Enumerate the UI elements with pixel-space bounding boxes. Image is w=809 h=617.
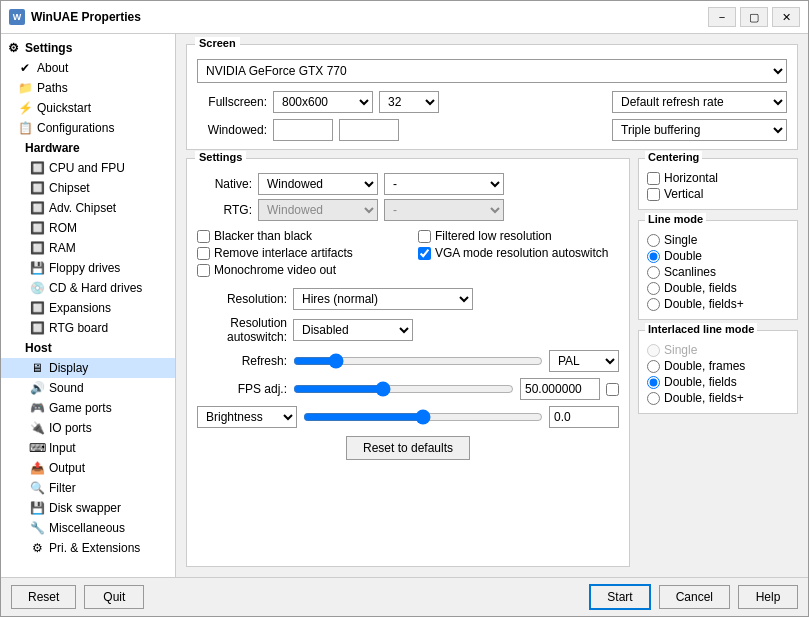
- refresh-rate-select[interactable]: Default refresh rate: [612, 91, 787, 113]
- pal-select[interactable]: PAL: [549, 350, 619, 372]
- refresh-slider[interactable]: [293, 354, 543, 368]
- vertical-checkbox[interactable]: [647, 188, 660, 201]
- reset-button[interactable]: Reset: [11, 585, 76, 609]
- sidebar-settings-label: Settings: [25, 41, 72, 55]
- sidebar-cd-label: CD & Hard drives: [49, 281, 142, 295]
- sidebar-rtg-label: RTG board: [49, 321, 108, 335]
- filter-icon: 🔍: [29, 480, 45, 496]
- sidebar-item-output[interactable]: 📤 Output: [1, 458, 175, 478]
- monochrome-label: Monochrome video out: [214, 263, 336, 277]
- rtg-mode-select[interactable]: Windowed: [258, 199, 378, 221]
- fullscreen-bit-select[interactable]: 32: [379, 91, 439, 113]
- sidebar-item-floppy[interactable]: 💾 Floppy drives: [1, 258, 175, 278]
- native-mode-select[interactable]: Windowed: [258, 173, 378, 195]
- line-scanlines-radio[interactable]: [647, 266, 660, 279]
- remove-artifacts-row: Remove interlace artifacts: [197, 246, 398, 260]
- window-title: WinUAE Properties: [31, 10, 141, 24]
- int-double-fields-radio[interactable]: [647, 376, 660, 389]
- horizontal-row: Horizontal: [647, 171, 789, 185]
- quit-button[interactable]: Quit: [84, 585, 144, 609]
- fullscreen-res-select[interactable]: 800x600: [273, 91, 373, 113]
- line-mode-title: Line mode: [645, 213, 706, 225]
- sidebar-item-rom[interactable]: 🔲 ROM: [1, 218, 175, 238]
- line-double-fieldsplus-radio[interactable]: [647, 298, 660, 311]
- gpu-select[interactable]: NVIDIA GeForce GTX 770: [197, 59, 787, 83]
- start-button[interactable]: Start: [589, 584, 650, 610]
- sidebar-item-io[interactable]: 🔌 IO ports: [1, 418, 175, 438]
- sidebar-item-cpu[interactable]: 🔲 CPU and FPU: [1, 158, 175, 178]
- maximize-button[interactable]: ▢: [740, 7, 768, 27]
- autoswitch-select[interactable]: Disabled: [293, 319, 413, 341]
- sidebar-gameports-label: Game ports: [49, 401, 112, 415]
- blacker-checkbox[interactable]: [197, 230, 210, 243]
- rtg-sub-select[interactable]: -: [384, 199, 504, 221]
- content-area: ⚙ Settings ✔ About 📁 Paths ⚡ Quickstart …: [1, 34, 808, 577]
- gameports-icon: 🎮: [29, 400, 45, 416]
- sidebar-pri-label: Pri. & Extensions: [49, 541, 140, 555]
- sidebar-item-filter[interactable]: 🔍 Filter: [1, 478, 175, 498]
- misc-icon: 🔧: [29, 520, 45, 536]
- minimize-button[interactable]: −: [708, 7, 736, 27]
- line-double-fields-radio[interactable]: [647, 282, 660, 295]
- int-double-frames-radio[interactable]: [647, 360, 660, 373]
- triple-buffering-select[interactable]: Triple buffering: [612, 119, 787, 141]
- sidebar-item-paths[interactable]: 📁 Paths: [1, 78, 175, 98]
- sidebar-item-expansions[interactable]: 🔲 Expansions: [1, 298, 175, 318]
- vga-auto-row: VGA mode resolution autoswitch: [418, 246, 619, 260]
- sidebar-misc-label: Miscellaneous: [49, 521, 125, 535]
- sidebar-item-gameports[interactable]: 🎮 Game ports: [1, 398, 175, 418]
- sidebar-item-rtg[interactable]: 🔲 RTG board: [1, 318, 175, 338]
- int-double-fieldsplus-row: Double, fields+: [647, 391, 789, 405]
- settings-icon: ⚙: [5, 40, 21, 56]
- windowed-height-input[interactable]: 568: [339, 119, 399, 141]
- filtered-checkbox[interactable]: [418, 230, 431, 243]
- filtered-row: Filtered low resolution: [418, 229, 619, 243]
- sidebar-item-adv-chipset[interactable]: 🔲 Adv. Chipset: [1, 198, 175, 218]
- help-button[interactable]: Help: [738, 585, 798, 609]
- cancel-button[interactable]: Cancel: [659, 585, 730, 609]
- sidebar: ⚙ Settings ✔ About 📁 Paths ⚡ Quickstart …: [1, 34, 176, 577]
- sidebar-disk-swapper-label: Disk swapper: [49, 501, 121, 515]
- quickstart-icon: ⚡: [17, 100, 33, 116]
- sidebar-item-ram[interactable]: 🔲 RAM: [1, 238, 175, 258]
- fps-value-input[interactable]: 50.000000: [520, 378, 600, 400]
- brightness-type-select[interactable]: Brightness: [197, 406, 297, 428]
- windowed-width-input[interactable]: 720: [273, 119, 333, 141]
- brightness-value-input[interactable]: 0.0: [549, 406, 619, 428]
- sidebar-item-configurations[interactable]: 📋 Configurations: [1, 118, 175, 138]
- resolution-select[interactable]: Hires (normal): [293, 288, 473, 310]
- close-button[interactable]: ✕: [772, 7, 800, 27]
- fps-checkbox[interactable]: [606, 383, 619, 396]
- sidebar-item-display[interactable]: 🖥 Display: [1, 358, 175, 378]
- remove-artifacts-checkbox[interactable]: [197, 247, 210, 260]
- native-sub-select[interactable]: -: [384, 173, 504, 195]
- fullscreen-row: Fullscreen: 800x600 32 Default refresh r…: [197, 91, 787, 113]
- vga-auto-checkbox[interactable]: [418, 247, 431, 260]
- reset-defaults-button[interactable]: Reset to defaults: [346, 436, 470, 460]
- main-panel: Screen NVIDIA GeForce GTX 770 Fullscreen…: [176, 34, 808, 577]
- vertical-row: Vertical: [647, 187, 789, 201]
- line-single-radio[interactable]: [647, 234, 660, 247]
- brightness-slider[interactable]: [303, 410, 543, 424]
- sidebar-paths-label: Paths: [37, 81, 68, 95]
- sidebar-item-pri[interactable]: ⚙ Pri. & Extensions: [1, 538, 175, 558]
- line-single-row: Single: [647, 233, 789, 247]
- hardware-icon: [5, 140, 21, 156]
- sidebar-item-about[interactable]: ✔ About: [1, 58, 175, 78]
- right-panel: Centering Horizontal Vertical Line mode: [638, 158, 798, 567]
- sidebar-item-chipset[interactable]: 🔲 Chipset: [1, 178, 175, 198]
- sidebar-item-input[interactable]: ⌨ Input: [1, 438, 175, 458]
- horizontal-checkbox[interactable]: [647, 172, 660, 185]
- monochrome-checkbox[interactable]: [197, 264, 210, 277]
- int-single-label: Single: [664, 343, 697, 357]
- sidebar-item-quickstart[interactable]: ⚡ Quickstart: [1, 98, 175, 118]
- line-double-radio[interactable]: [647, 250, 660, 263]
- sidebar-item-misc[interactable]: 🔧 Miscellaneous: [1, 518, 175, 538]
- fps-slider[interactable]: [293, 382, 514, 396]
- sidebar-item-sound[interactable]: 🔊 Sound: [1, 378, 175, 398]
- int-double-fieldsplus-radio[interactable]: [647, 392, 660, 405]
- int-double-frames-row: Double, frames: [647, 359, 789, 373]
- cpu-icon: 🔲: [29, 160, 45, 176]
- sidebar-item-disk-swapper[interactable]: 💾 Disk swapper: [1, 498, 175, 518]
- sidebar-item-cd-hd[interactable]: 💿 CD & Hard drives: [1, 278, 175, 298]
